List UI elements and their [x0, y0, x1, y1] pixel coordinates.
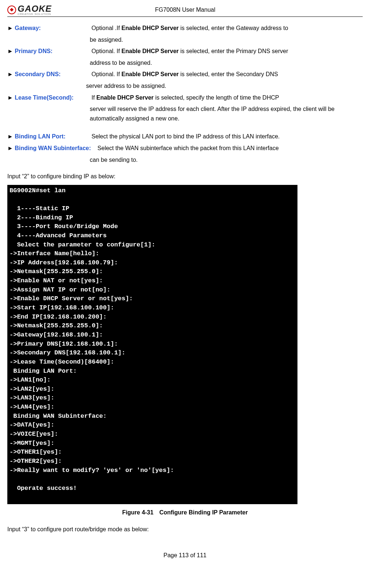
- terminal-line: ->Netmask[255.255.255.0]:: [10, 321, 295, 331]
- terminal-line: ->LAN1[no]:: [10, 376, 295, 385]
- terminal-line: ->LAN4[yes]:: [10, 403, 295, 412]
- terminal-line: ->OTHER1[yes]:: [10, 448, 295, 457]
- terminal-line: ->IP Address[192.168.100.79]:: [10, 258, 295, 268]
- terminal-line: ->OTHER2[yes]:: [10, 457, 295, 466]
- terminal-line: Binding WAN Subinterface:: [10, 412, 295, 421]
- terminal-line: ->DATA[yes]:: [10, 421, 295, 430]
- page-footer: Page 113 of 111: [7, 552, 363, 559]
- page-container: GAOKE CREATIVE SOLUTION FG7008N User Man…: [0, 0, 370, 573]
- intro-line: Input “2” to configure binding IP as bel…: [7, 172, 363, 181]
- definition-binding-lan-port: ► Binding LAN Port: Select the physical …: [7, 132, 363, 141]
- terminal-line: Operate success!: [10, 484, 295, 493]
- terminal-line: ->LAN2[yes]:: [10, 385, 295, 394]
- terminal-screenshot: BG9002N#set lan 1----Static IP 2----Bind…: [7, 185, 297, 504]
- terminal-line: ->LAN3[yes]:: [10, 394, 295, 403]
- terminal-line: 1----Static IP: [10, 204, 295, 213]
- terminal-line: ->Lease Time(Second)[86400]:: [10, 358, 295, 367]
- terminal-line: ->Primary DNS[192.168.100.1]:: [10, 340, 295, 349]
- terminal-line: ->Start IP[192.168.100.100]:: [10, 304, 295, 313]
- term-label: Primary DNS:: [15, 48, 52, 54]
- definition-lease-time: ► Lease Time(Second): If Enable DHCP Ser…: [7, 93, 363, 103]
- desc-suffix: is selected, specify the length of time …: [153, 94, 279, 101]
- terminal-line: ->VOICE[yes]:: [10, 430, 295, 439]
- definition-secondary-dns: ► Secondary DNS: Optional. If Enable DHC…: [7, 70, 363, 79]
- terminal-line: ->End IP[192.168.100.200]:: [10, 313, 295, 322]
- terminal-line: ->Really want to modify? 'yes' or 'no'[y…: [10, 466, 295, 475]
- desc-text: Select the physical LAN port to bind the…: [92, 133, 280, 139]
- definition-binding-wan-subinterface: ► Binding WAN Subinterface: Select the W…: [7, 144, 363, 153]
- desc-suffix: is selected, enter the Primary DNS serve…: [179, 48, 288, 54]
- term-label: Lease Time(Second):: [15, 94, 74, 101]
- terminal-line: 4----Advanced Parameters: [10, 231, 295, 241]
- logo-icon: [7, 5, 16, 14]
- desc-bold: Enable DHCP Server: [122, 48, 179, 54]
- desc-prefix: Optional .If: [92, 25, 122, 31]
- desc-bold: Enable DHCP Server: [122, 25, 179, 31]
- terminal-line: ->Assign NAT IP or not[no]:: [10, 286, 295, 295]
- term-label: Gateway:: [15, 25, 41, 31]
- bullet-mark: ►: [7, 48, 15, 54]
- page-header: GAOKE CREATIVE SOLUTION FG7008N User Man…: [7, 4, 363, 17]
- terminal-line: ->Netmask[255.255.255.0]:: [10, 267, 295, 276]
- bullet-mark: ►: [7, 94, 15, 101]
- desc-prefix: Optional. If: [92, 71, 122, 77]
- definition-secondary-dns-cont: server address to be assigned.: [86, 81, 363, 91]
- outro-line: Input “3” to configure port route/bridge…: [7, 525, 363, 534]
- term-label: Binding WAN Subinterface:: [15, 145, 91, 151]
- terminal-line: ->Enable NAT or not[yes]:: [10, 276, 295, 286]
- terminal-line: ->Gateway[192.168.100.1]:: [10, 331, 295, 340]
- desc-bold: Enable DHCP Server: [96, 94, 153, 101]
- desc-text: Select the WAN subinterface which the pa…: [97, 145, 279, 151]
- definition-binding-wan-cont: can be sending to.: [90, 155, 363, 165]
- definition-gateway: ► Gateway: Optional .If Enable DHCP Serv…: [7, 23, 363, 33]
- definition-primary-dns-cont: address to be assigned.: [90, 58, 363, 68]
- logo: GAOKE CREATIVE SOLUTION: [7, 4, 52, 16]
- terminal-line: 2----Binding IP: [10, 213, 295, 223]
- desc-bold: Enable DHCP Server: [122, 71, 179, 77]
- desc-suffix: is selected, enter the Secondary DNS: [179, 71, 278, 77]
- figure-caption: Figure 4-31 Configure Binding IP Paramet…: [7, 509, 363, 516]
- terminal-line: 3----Port Route/Bridge Mode: [10, 222, 295, 231]
- terminal-line: ->Secondary DNS[192.168.100.1]:: [10, 349, 295, 358]
- desc-prefix: Optional. If: [92, 48, 122, 54]
- desc-prefix: If: [92, 94, 96, 101]
- terminal-line: Select the parameter to configure[1]:: [10, 241, 295, 250]
- terminal-line: ->MGMT[yes]:: [10, 439, 295, 448]
- manual-title: FG7008N User Manual: [52, 7, 363, 13]
- bullet-mark: ►: [7, 71, 15, 77]
- terminal-line: Binding LAN Port:: [10, 367, 295, 376]
- bullet-mark: ►: [7, 133, 15, 139]
- definition-lease-time-cont: server will reserve the IP address for e…: [90, 104, 363, 123]
- terminal-line: [10, 475, 295, 484]
- term-label: Secondary DNS:: [15, 71, 60, 77]
- terminal-line: [10, 195, 295, 204]
- definition-primary-dns: ► Primary DNS: Optional. If Enable DHCP …: [7, 46, 363, 56]
- logo-subtext: CREATIVE SOLUTION: [18, 12, 52, 16]
- bullet-mark: ►: [7, 25, 15, 31]
- definition-gateway-cont: be assigned.: [90, 35, 363, 45]
- terminal-line: ->Enable DHCP Server or not[yes]:: [10, 294, 295, 304]
- terminal-line: ->Interface Name[hello]:: [10, 249, 295, 258]
- desc-suffix: is selected, enter the Gateway address t…: [179, 25, 288, 31]
- terminal-line: BG9002N#set lan: [10, 186, 295, 196]
- term-label: Binding LAN Port:: [15, 133, 66, 139]
- bullet-mark: ►: [7, 145, 15, 151]
